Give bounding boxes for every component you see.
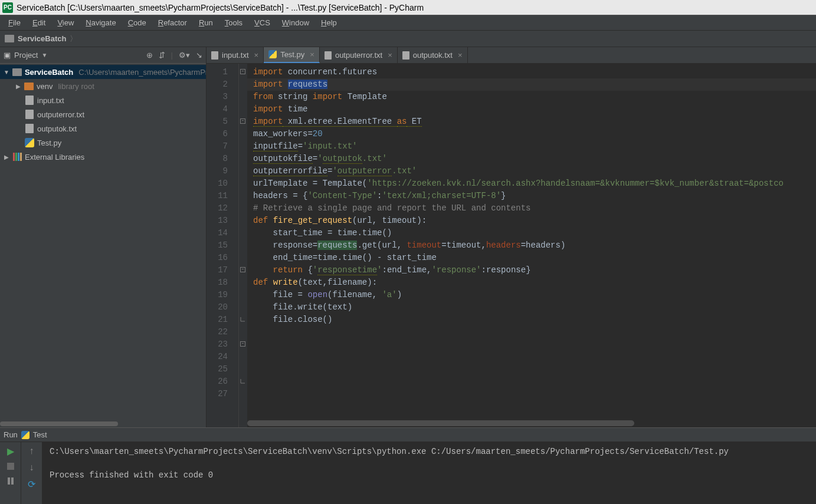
project-tool-header: ▣ Project ▼ ⊕ ⇵ | ⚙▾ ↘ [0, 47, 206, 64]
app-icon: PC [2, 2, 13, 13]
project-tool-icon: ▣ [4, 51, 11, 60]
editor-area: input.txt×Test.py×outputerror.txt×output… [207, 47, 816, 427]
arrow-right-icon[interactable]: ▶ [15, 83, 21, 90]
file-icon [325, 51, 332, 60]
close-icon[interactable]: × [388, 51, 392, 60]
tree-root-path: C:\Users\maarten_smeets\PycharmProjects\… [78, 68, 206, 77]
collapse-all-icon[interactable]: ⇵ [159, 51, 165, 60]
chevron-right-icon: 〉 [70, 34, 77, 44]
rerun-icon[interactable]: ▶ [7, 446, 14, 457]
fold-end-marker[interactable] [240, 378, 245, 384]
project-tool-title: Project [14, 51, 38, 60]
run-status-line: Process finished with exit code 0 [50, 470, 213, 480]
menu-refactor[interactable]: Refactor [153, 17, 192, 28]
python-icon [268, 50, 277, 58]
tree-root[interactable]: ▼ ServiceBatch C:\Users\maarten_smeets\P… [0, 65, 206, 79]
python-icon [25, 138, 34, 147]
tree-file-label: outputok.txt [37, 124, 77, 133]
tree-file[interactable]: outputok.txt [0, 121, 206, 136]
fold-strip[interactable]: ---- [239, 64, 247, 427]
project-tool-window: ▣ Project ▼ ⊕ ⇵ | ⚙▾ ↘ ▼ ServiceBatch C:… [0, 47, 207, 427]
menu-run[interactable]: Run [194, 17, 218, 28]
tab-outputerror-txt[interactable]: outputerror.txt× [320, 47, 398, 63]
pause-icon[interactable] [8, 477, 14, 486]
tree-external-libs[interactable]: ▶ External Libraries [0, 150, 206, 164]
folder-icon [24, 83, 34, 90]
fold-marker[interactable]: - [240, 341, 245, 347]
tab-label: outputok.txt [413, 51, 453, 60]
menu-help[interactable]: Help [316, 17, 342, 28]
tab-outputok-txt[interactable]: outputok.txt× [398, 47, 468, 63]
run-cmd-line: C:\Users\maarten_smeets\PycharmProjects\… [50, 447, 729, 456]
window-title: ServiceBatch [C:\Users\maarten_smeets\Py… [17, 3, 424, 12]
scroll-from-source-icon[interactable]: ⊕ [146, 51, 153, 60]
titlebar: PC ServiceBatch [C:\Users\maarten_smeets… [0, 0, 816, 15]
menu-vcs[interactable]: VCS [250, 17, 275, 28]
menu-file[interactable]: File [4, 17, 25, 28]
tab-label: outputerror.txt [335, 51, 382, 60]
stop-icon[interactable] [7, 463, 14, 472]
tree-ext-lib-label: External Libraries [25, 153, 84, 162]
arrow-down-icon[interactable]: ▼ [4, 69, 9, 75]
fold-marker[interactable]: - [240, 69, 245, 74]
menu-edit[interactable]: Edit [28, 17, 50, 28]
tree-file-label: input.txt [37, 96, 64, 105]
tree-root-label: ServiceBatch [25, 68, 73, 77]
line-gutter[interactable]: 1234567891011121314151617181920212223242… [207, 64, 239, 427]
menu-tools[interactable]: Tools [220, 17, 247, 28]
run-toolbar-left: ▶ [0, 442, 21, 504]
tree-file-label: outputerror.txt [37, 110, 84, 119]
fold-marker[interactable]: - [240, 118, 245, 124]
close-icon[interactable]: × [310, 50, 314, 59]
tree-file[interactable]: outputerror.txt [0, 107, 206, 121]
editor-h-scrollbar[interactable] [247, 419, 816, 427]
soft-wrap-icon[interactable]: ⟳ [28, 479, 35, 490]
run-title: Run [4, 430, 18, 439]
python-icon [21, 431, 30, 439]
tab-label: input.txt [222, 51, 249, 60]
menu-navigate[interactable]: Navigate [81, 17, 120, 28]
chevron-down-icon[interactable]: ▼ [41, 52, 47, 58]
code-editor[interactable]: 1234567891011121314151617181920212223242… [207, 64, 816, 427]
tree-file-label: Test.py [37, 139, 61, 147]
gear-icon[interactable]: ⚙▾ [179, 51, 190, 60]
run-config-name: Test [33, 430, 47, 439]
run-output[interactable]: C:\Users\maarten_smeets\PycharmProjects\… [42, 442, 816, 504]
menu-view[interactable]: View [53, 17, 78, 28]
run-tool-window: Run Test ▶ ↑ ↓ ⟳ C:\Users\maarten_smeets… [0, 427, 816, 504]
file-icon [25, 95, 34, 105]
down-icon[interactable]: ↓ [30, 462, 34, 473]
hide-icon[interactable]: ↘ [196, 51, 202, 60]
divider: | [171, 51, 173, 60]
menubar: FileEditViewNavigateCodeRefactorRunTools… [0, 15, 816, 31]
run-toolbar-right: ↑ ↓ ⟳ [21, 442, 42, 504]
fold-marker[interactable]: - [240, 267, 245, 272]
editor-tabs: input.txt×Test.py×outputerror.txt×output… [207, 47, 816, 64]
file-icon [25, 124, 34, 133]
tree-venv-note: library root [58, 82, 94, 91]
file-icon [402, 51, 409, 60]
close-icon[interactable]: × [458, 51, 463, 60]
arrow-right-icon[interactable]: ▶ [4, 154, 9, 160]
menu-window[interactable]: Window [277, 17, 314, 28]
close-icon[interactable]: × [254, 51, 259, 60]
tab-Test-py[interactable]: Test.py× [264, 47, 320, 63]
fold-end-marker[interactable] [240, 317, 245, 322]
project-h-scrollbar[interactable] [0, 420, 206, 427]
library-icon [13, 153, 22, 161]
folder-icon [12, 68, 22, 76]
run-tool-header: Run Test [0, 428, 816, 442]
tree-venv[interactable]: ▶ venv library root [0, 79, 206, 93]
menu-code[interactable]: Code [123, 17, 151, 28]
code-body[interactable]: import concurrent.futuresimport requests… [247, 64, 816, 427]
tree-file[interactable]: input.txt [0, 93, 206, 107]
tab-label: Test.py [280, 50, 304, 59]
file-icon [25, 110, 34, 119]
breadcrumb[interactable]: ServiceBatch 〉 [0, 31, 816, 47]
tree-file[interactable]: Test.py [0, 136, 206, 150]
breadcrumb-project: ServiceBatch [18, 34, 66, 43]
tab-input-txt[interactable]: input.txt× [207, 47, 264, 63]
tree-venv-label: venv [37, 82, 53, 91]
project-tree[interactable]: ▼ ServiceBatch C:\Users\maarten_smeets\P… [0, 64, 206, 427]
up-icon[interactable]: ↑ [30, 446, 34, 456]
